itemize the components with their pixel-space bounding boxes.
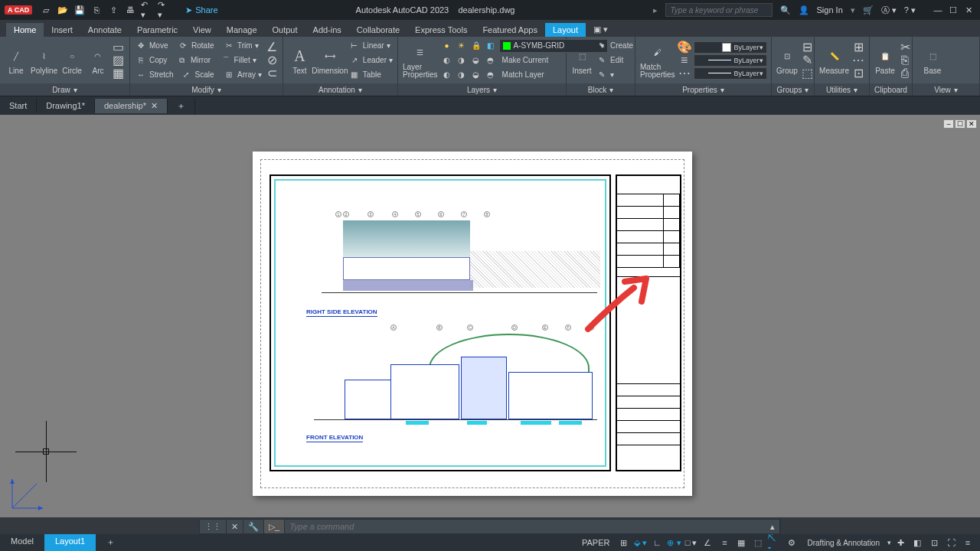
tab-insert[interactable]: Insert	[44, 23, 80, 37]
arc-button[interactable]: ◠Arc	[87, 45, 109, 75]
gear-icon[interactable]: ⚙	[784, 536, 799, 549]
create-block-button[interactable]: ✎Create	[596, 39, 633, 53]
move-icon[interactable]: ✥	[135, 40, 147, 52]
scale-button[interactable]: Scale	[194, 70, 214, 79]
layer-off-icon[interactable]: ●	[441, 40, 453, 52]
layer-mic5-icon[interactable]: ◐	[441, 69, 453, 81]
tab-extra[interactable]: ▣ ▾	[586, 22, 616, 37]
region-icon[interactable]: ▦	[113, 67, 125, 80]
otrack-icon[interactable]: ∠	[700, 536, 715, 549]
rotate-button[interactable]: Rotate	[191, 41, 214, 50]
base-button[interactable]: ⬚Base	[917, 45, 948, 75]
customize-status-icon[interactable]: ≡	[960, 536, 975, 549]
layer-mic8-icon[interactable]: ◓	[485, 69, 497, 81]
match-properties-button[interactable]: 🖌Match Properties	[640, 42, 675, 79]
inner-close[interactable]: ✕	[966, 119, 977, 129]
polar-icon[interactable]: ⊕ ▾	[666, 536, 681, 549]
clean-screen-icon[interactable]: ⛶	[943, 536, 959, 549]
app-exchange-icon[interactable]: Ⓐ ▾	[881, 5, 897, 16]
polyline-button[interactable]: ⌇Polyline	[31, 45, 57, 75]
cut-icon[interactable]: ✂	[899, 41, 911, 54]
close-button[interactable]: ✕	[962, 4, 975, 16]
panel-groups-label[interactable]: Groups ▾	[772, 83, 814, 96]
rectangle-icon[interactable]: ▭	[113, 41, 125, 54]
edit-block-button[interactable]: ✎Edit	[596, 54, 633, 67]
explode-icon[interactable]: ⊘	[266, 54, 278, 67]
snap-icon[interactable]: ⬙ ▾	[632, 536, 648, 549]
open-icon[interactable]: 📂	[57, 4, 69, 16]
trim-button[interactable]: Trim	[237, 41, 253, 50]
circle-button[interactable]: ○Circle	[60, 45, 83, 75]
tab-view[interactable]: View	[185, 23, 219, 37]
copy-icon[interactable]: ⎘	[135, 54, 147, 67]
signin-label[interactable]: Sign In	[817, 5, 843, 15]
panel-view-label[interactable]: View ▾	[913, 83, 979, 96]
dimension-button[interactable]: ⟷Dimension	[315, 45, 345, 75]
saveas-icon[interactable]: ⎘	[90, 4, 103, 16]
text-button[interactable]: AText	[288, 45, 312, 75]
save-icon[interactable]: 💾	[74, 4, 86, 16]
array-button[interactable]: Array	[237, 70, 256, 79]
match-layer-button[interactable]: Match Layer	[502, 70, 544, 79]
layer-mic3-icon[interactable]: ◒	[470, 54, 482, 67]
measure-button[interactable]: 📏Measure	[819, 45, 849, 75]
scale-icon[interactable]: ⤢	[180, 69, 192, 81]
user-icon[interactable]: 👤	[799, 5, 809, 15]
tab-addins[interactable]: Add-ins	[305, 23, 349, 37]
transparency-icon[interactable]: ▦	[733, 536, 749, 549]
insert-button[interactable]: ⬚Insert	[571, 45, 593, 75]
filetab-start[interactable]: Start	[0, 99, 37, 112]
hardware-accel-icon[interactable]: ⊡	[926, 536, 942, 549]
mirror-button[interactable]: Mirror	[191, 56, 211, 64]
model-tab[interactable]: Model	[0, 534, 44, 551]
cmd-history-icon[interactable]: ▴	[766, 520, 780, 533]
plot-icon[interactable]: 🖶	[124, 4, 136, 16]
new-tab-button[interactable]: ＋	[168, 98, 195, 114]
redo-icon[interactable]: ↷ ▾	[158, 4, 170, 16]
leader-button[interactable]: ↗Leader ▾	[348, 54, 393, 67]
move-button[interactable]: Move	[149, 41, 168, 50]
linetype-icon[interactable]: ⋯	[678, 67, 691, 80]
undo-icon[interactable]: ↶ ▾	[141, 4, 153, 16]
grid-icon[interactable]: ⊞	[616, 536, 631, 549]
table-button[interactable]: ▦Table	[348, 68, 393, 82]
copy-button[interactable]: Copy	[149, 56, 167, 64]
fillet-button[interactable]: Fillet	[234, 56, 250, 64]
isolate-icon[interactable]: ◧	[910, 536, 925, 549]
annotation-scale-icon[interactable]: ⛏ ▾	[767, 536, 782, 549]
viewport[interactable]: 1 2 3 4 5 6 7 8 RIGHT SIDE ELEVATION	[270, 174, 611, 471]
stretch-button[interactable]: Stretch	[149, 70, 174, 79]
trim-icon[interactable]: ✂	[223, 40, 235, 52]
tab-featured[interactable]: Featured Apps	[475, 23, 545, 37]
line-button[interactable]: ╱Line	[5, 45, 28, 75]
layer-mic2-icon[interactable]: ◑	[456, 54, 468, 67]
tab-home[interactable]: Home	[6, 23, 44, 37]
panel-layers-label[interactable]: Layers ▾	[398, 83, 566, 96]
osnap-icon[interactable]: □ ▾	[683, 536, 698, 549]
tab-express[interactable]: Express Tools	[407, 23, 475, 37]
maximize-button[interactable]: ☐	[946, 4, 960, 16]
layer-freeze-icon[interactable]: ☀	[456, 40, 468, 52]
panel-utilities-label[interactable]: Utilities ▾	[815, 83, 869, 96]
block-attr-button[interactable]: ✎▾	[596, 68, 633, 82]
group-edit-icon[interactable]: ✎	[801, 54, 813, 67]
paste-button[interactable]: 📋Paste	[874, 45, 896, 75]
command-input[interactable]	[285, 522, 766, 531]
offset-icon[interactable]: ⊂	[266, 67, 278, 80]
lineweight-status-icon[interactable]: ≡	[717, 536, 732, 549]
ungroup-icon[interactable]: ⊟	[801, 41, 813, 54]
layer-mic6-icon[interactable]: ◑	[456, 69, 468, 81]
panel-draw-label[interactable]: Draw ▾	[0, 83, 129, 96]
new-layout-tab[interactable]: ＋	[96, 534, 126, 551]
tab-manage[interactable]: Manage	[219, 23, 265, 37]
panel-modify-label[interactable]: Modify ▾	[130, 83, 283, 96]
panel-properties-label[interactable]: Properties ▾	[635, 83, 771, 96]
tab-parametric[interactable]: Parametric	[129, 23, 185, 37]
tab-collaborate[interactable]: Collaborate	[349, 23, 407, 37]
selection-icon[interactable]: ⬚	[750, 536, 766, 549]
close-tab-icon[interactable]: ✕	[151, 101, 158, 111]
layout1-tab[interactable]: Layout1	[44, 534, 96, 551]
array-icon[interactable]: ⊞	[223, 69, 235, 81]
tab-layout[interactable]: Layout	[545, 23, 586, 37]
workspace-select[interactable]: Drafting & Annotation	[801, 539, 886, 547]
